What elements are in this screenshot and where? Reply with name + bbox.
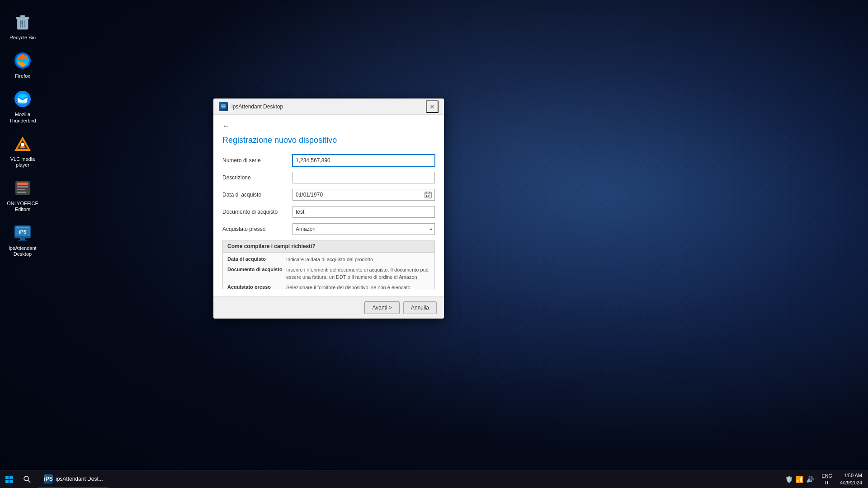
vlc-icon [12, 133, 33, 155]
purchased-from-row: Acquistato presso Amazon Altro rivendito… [222, 223, 435, 235]
purchase-doc-input[interactable] [292, 206, 435, 218]
purchase-date-label: Data di acquisto [222, 192, 292, 198]
svg-rect-33 [426, 195, 427, 196]
desktop-icon-recycle-bin[interactable]: ♻ Recycle Bin [5, 9, 41, 43]
ipsattendant-desktop-label: ipsAttendant Desktop [7, 245, 38, 257]
svg-text:iPS: iPS [19, 230, 26, 235]
help-field-desc-1: Inserire i riferimenti del documento di … [286, 267, 430, 281]
start-button[interactable] [0, 470, 18, 488]
firefox-label: Firefox [15, 73, 30, 79]
purchased-from-select[interactable]: Amazon Altro rivenditore [292, 223, 435, 235]
purchase-doc-label: Documento di acquisto [222, 209, 292, 215]
network-icon[interactable]: 📶 [796, 476, 803, 483]
language-code: ENG IT [821, 473, 832, 486]
taskbar-clock[interactable]: 1:50 AM 4/29/2024 [836, 472, 866, 486]
description-row: Descrizione [222, 171, 435, 184]
search-button[interactable] [18, 470, 36, 488]
desktop: ♻ Recycle Bin Firefox [0, 0, 868, 488]
svg-rect-16 [17, 183, 28, 185]
desktop-icon-thunderbird[interactable]: Mozilla Thunderbird [5, 86, 41, 126]
desktop-icon-firefox[interactable]: Firefox [5, 47, 41, 81]
taskbar-time: 1:50 AM [840, 472, 862, 479]
svg-rect-17 [17, 186, 28, 188]
onlyoffice-icon [12, 177, 33, 199]
svg-line-43 [28, 480, 30, 483]
taskbar-app-icon: iPS [44, 474, 53, 483]
svg-rect-25 [18, 240, 27, 241]
svg-rect-3 [24, 20, 25, 28]
desktop-icon-vlc[interactable]: VLC media player [5, 131, 41, 170]
recycle-bin-label: Recycle Bin [9, 35, 36, 41]
svg-rect-24 [20, 238, 25, 240]
dialog-title: ipsAttendant Desktop [231, 103, 426, 110]
svg-rect-19 [17, 192, 26, 193]
purchase-doc-field [292, 206, 435, 218]
purchase-doc-row: Documento di acquisto [222, 206, 435, 218]
svg-rect-5 [20, 15, 25, 18]
description-label: Descrizione [222, 174, 292, 181]
svg-text:♻: ♻ [20, 21, 23, 25]
firefox-icon [12, 50, 33, 71]
shield-icon[interactable]: 🛡️ [785, 476, 793, 483]
svg-rect-34 [428, 195, 429, 196]
dialog-titlebar: iPS ipsAttendant Desktop ✕ [213, 99, 444, 115]
purchased-from-field: Amazon Altro rivenditore ▾ [292, 223, 435, 235]
serial-number-input[interactable] [292, 155, 435, 166]
serial-number-label: Numero di serie [222, 157, 292, 164]
help-row-0: Data di acquisto Indicare la data di acq… [223, 254, 434, 265]
vlc-label: VLC media player [7, 156, 38, 168]
taskbar: iPS ipsAttendant Dest... 🛡️ 📶 🔊 ENG IT 1… [0, 470, 868, 488]
svg-rect-22 [16, 227, 29, 228]
help-field-desc-0: Indicare la data di acquisto del prodott… [286, 256, 373, 263]
taskbar-language[interactable]: ENG IT [820, 473, 834, 486]
help-section: Come compilare i campi richiesti? Data d… [222, 240, 435, 289]
dialog-close-button[interactable]: ✕ [426, 100, 439, 113]
svg-rect-35 [429, 195, 430, 196]
desktop-icon-ipsattendant[interactable]: iPS ipsAttendant Desktop [5, 220, 41, 259]
svg-point-42 [24, 476, 28, 481]
onlyoffice-label: ONLYOFFICE Editors [7, 201, 38, 212]
help-field-name-0: Data di acquisto [227, 256, 286, 263]
volume-icon[interactable]: 🔊 [806, 476, 814, 483]
svg-rect-37 [428, 196, 429, 197]
ipsattendant-icon: iPS [12, 222, 33, 244]
taskbar-date: 4/29/2024 [840, 479, 862, 486]
serial-number-field [292, 155, 435, 166]
help-field-name-2: Acquistato presso [227, 284, 286, 289]
taskbar-system: 🛡️ 📶 🔊 ENG IT 1:50 AM 4/29/2024 [782, 472, 868, 486]
desktop-icon-onlyoffice[interactable]: ONLYOFFICE Editors [5, 175, 41, 215]
dialog-footer: Avanti > Annulla [213, 296, 444, 319]
serial-number-row: Numero di serie [222, 154, 435, 167]
svg-rect-36 [426, 196, 427, 197]
svg-rect-40 [5, 480, 9, 483]
svg-rect-13 [20, 146, 25, 148]
help-header: Come compilare i campi richiesti? [223, 240, 434, 253]
description-input[interactable] [292, 172, 435, 183]
taskbar-app-ipsattendant[interactable]: iPS ipsAttendant Dest... [38, 470, 108, 488]
svg-rect-41 [9, 480, 13, 483]
dialog-content: ← Registrazione nuovo dispositivo Numero… [213, 115, 444, 296]
cancel-button[interactable]: Annulla [403, 301, 437, 314]
help-field-name-1: Documento di acquisto [227, 267, 286, 281]
purchase-date-field [292, 189, 435, 201]
purchase-date-row: Data di acquisto [222, 188, 435, 201]
dialog-app-icon: iPS [219, 102, 228, 111]
calendar-icon[interactable] [423, 190, 433, 200]
help-row-1: Documento di acquisto Inserire i riferim… [223, 265, 434, 282]
thunderbird-label: Mozilla Thunderbird [7, 112, 38, 123]
help-field-desc-2: Selezionare il fornitore del dispositivo… [286, 284, 430, 289]
purchased-from-label: Acquistato presso [222, 226, 292, 232]
desktop-icons-container: ♻ Recycle Bin Firefox [0, 5, 45, 264]
svg-rect-39 [9, 476, 13, 479]
dialog-back-button[interactable]: ← [222, 122, 435, 130]
thunderbird-icon [12, 88, 33, 110]
help-content[interactable]: Data di acquisto Indicare la data di acq… [223, 253, 434, 289]
purchase-date-input[interactable] [292, 189, 435, 201]
taskbar-app-label: ipsAttendant Dest... [56, 476, 103, 482]
next-button[interactable]: Avanti > [364, 301, 399, 314]
svg-point-14 [21, 143, 24, 146]
svg-rect-18 [17, 189, 25, 190]
ipsattendant-dialog: iPS ipsAttendant Desktop ✕ ← Registrazio… [213, 99, 444, 319]
back-arrow-icon: ← [222, 122, 230, 130]
svg-text:iPS: iPS [222, 105, 225, 108]
